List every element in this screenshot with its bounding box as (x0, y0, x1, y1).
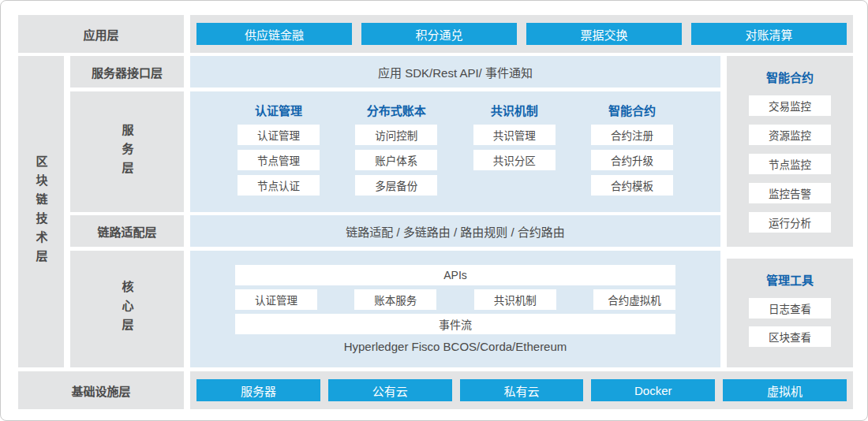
infra-node-private-cloud: 私有云 (460, 379, 584, 401)
monitor-node: 资源监控 (749, 125, 831, 145)
app-node-supply-chain-finance: 供应链金融 (196, 23, 352, 45)
service-node: 访问控制 (355, 125, 437, 145)
app-node-reconciliation-clearing: 对账清算 (691, 23, 847, 45)
core-node: 共识机制 (474, 289, 556, 310)
sublayer-labels-column: 服务器接口层 服务层 链路适配层 核心层 (70, 56, 184, 367)
infrastructure-layer-row: 基础设施层 服务器 公有云 私有云 Docker 虚拟机 (18, 371, 853, 409)
monitor-node: 节点监控 (749, 154, 831, 174)
core-event-stream-bar: 事件流 (235, 314, 675, 334)
service-node: 共识管理 (473, 125, 556, 145)
core-platforms-text: Hyperledger Fisco BCOS/Corda/Ethereum (235, 340, 675, 353)
side-panels-column: 智能合约 交易监控 资源监控 节点监控 监控告警 运行分析 管理工具 日志查看 … (727, 56, 853, 367)
core-apis-bar: APIs (235, 265, 675, 285)
management-tools-panel: 管理工具 日志查看 区块查看 (727, 259, 853, 367)
blockchain-architecture-diagram: 应用层 供应链金融 积分通兑 票据交换 对账清算 区块链技术层 服务器接口层 服… (0, 0, 868, 421)
service-node: 共识分区 (473, 150, 556, 170)
server-interface-layer-label: 服务器接口层 (70, 56, 184, 88)
blockchain-tech-layer-label: 区块链技术层 (18, 56, 64, 367)
service-column-auth: 认证管理 认证管理 节点管理 节点认证 (234, 102, 323, 200)
core-modules-row: 认证管理 账本服务 共识机制 合约虚拟机 (235, 289, 675, 310)
service-column-ledger: 分布式账本 访问控制 账户体系 多层备份 (352, 102, 440, 200)
tool-node: 日志查看 (749, 298, 831, 319)
service-column-auth-title: 认证管理 (255, 102, 302, 117)
management-tools-panel-title: 管理工具 (766, 271, 814, 288)
service-layer-panel: 认证管理 认证管理 节点管理 节点认证 分布式账本 访问控制 账户体系 多层备份… (190, 91, 720, 212)
core-layer-label: 核心层 (70, 251, 184, 367)
core-layer-panel: APIs 认证管理 账本服务 共识机制 合约虚拟机 事件流 Hyperledge… (190, 251, 720, 367)
service-column-consensus-title: 共识机制 (491, 102, 538, 117)
application-layer-band: 供应链金融 积分通兑 票据交换 对账清算 (190, 15, 853, 53)
service-column-consensus: 共识机制 共识管理 共识分区 (470, 102, 559, 200)
service-column-ledger-title: 分布式账本 (367, 102, 426, 117)
monitor-node: 交易监控 (749, 95, 831, 116)
service-node: 合约模板 (591, 175, 673, 196)
infra-node-docker: Docker (591, 379, 715, 401)
service-node: 合约升级 (591, 150, 673, 170)
app-node-points-exchange: 积分通兑 (361, 23, 517, 45)
infra-node-public-cloud: 公有云 (328, 379, 452, 401)
service-column-smart-contract-title: 智能合约 (608, 102, 656, 117)
link-adaptation-layer-label: 链路适配层 (70, 215, 184, 247)
layer-content-column: 应用 SDK/Rest API/ 事件通知 认证管理 认证管理 节点管理 节点认… (190, 56, 720, 367)
smart-contract-panel: 智能合约 交易监控 资源监控 节点监控 监控告警 运行分析 (727, 56, 853, 247)
tool-node: 区块查看 (749, 326, 831, 347)
core-layer-label-text: 核心层 (119, 281, 136, 337)
service-layer-label: 服务层 (70, 91, 184, 212)
service-node: 节点认证 (238, 175, 320, 196)
link-adaptation-content: 链路适配 / 多链路由 / 路由规则 / 合约路由 (190, 215, 720, 247)
infrastructure-layer-label: 基础设施层 (18, 371, 184, 409)
service-node: 账户体系 (355, 150, 437, 170)
infra-node-server: 服务器 (196, 379, 320, 401)
application-layer-row: 应用层 供应链金融 积分通兑 票据交换 对账清算 (18, 15, 853, 53)
monitor-node: 监控告警 (749, 183, 831, 203)
service-layer-columns: 认证管理 认证管理 节点管理 节点认证 分布式账本 访问控制 账户体系 多层备份… (234, 102, 676, 200)
app-node-bill-exchange: 票据交换 (526, 23, 682, 45)
service-node: 多层备份 (355, 175, 437, 196)
core-node: 账本服务 (354, 289, 436, 310)
monitor-node: 运行分析 (749, 212, 831, 233)
core-node: 认证管理 (235, 289, 317, 310)
smart-contract-panel-title: 智能合约 (766, 69, 814, 85)
blockchain-tech-layer-label-text: 区块链技术层 (33, 155, 50, 269)
service-node: 合约注册 (591, 125, 673, 145)
core-node: 合约虚拟机 (593, 289, 675, 310)
blockchain-tech-layer: 区块链技术层 服务器接口层 服务层 链路适配层 核心层 应用 SDK/Rest … (18, 56, 853, 367)
infra-node-vm: 虚拟机 (723, 379, 847, 401)
service-node: 认证管理 (238, 125, 320, 145)
service-node: 节点管理 (238, 150, 320, 170)
infrastructure-layer-band: 服务器 公有云 私有云 Docker 虚拟机 (190, 371, 853, 409)
server-interface-content: 应用 SDK/Rest API/ 事件通知 (190, 56, 720, 88)
core-layer-inner: APIs 认证管理 账本服务 共识机制 合约虚拟机 事件流 Hyperledge… (235, 265, 675, 353)
service-layer-label-text: 服务层 (119, 124, 136, 181)
service-column-smart-contract: 智能合约 合约注册 合约升级 合约模板 (588, 102, 676, 200)
application-layer-label: 应用层 (18, 15, 184, 53)
